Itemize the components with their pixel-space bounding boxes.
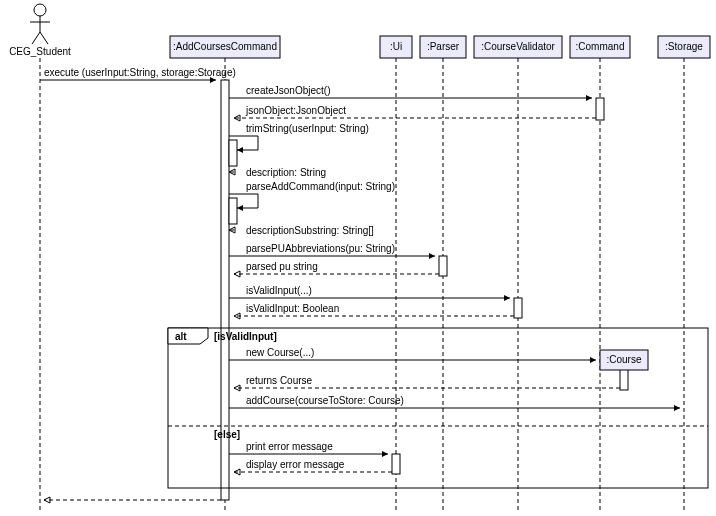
svg-text:new Course(...): new Course(...) xyxy=(246,347,314,358)
sequence-diagram: CEG_Student :AddCoursesCommand :Ui :Pars… xyxy=(0,0,716,516)
svg-marker-38 xyxy=(504,295,510,301)
svg-text:addCourse(courseToStore: Cours: addCourse(courseToStore: Course) xyxy=(246,395,404,406)
svg-text:returns Course: returns Course xyxy=(246,375,313,386)
activation-ui xyxy=(392,454,400,474)
svg-line-3 xyxy=(32,32,40,44)
svg-text:print error message: print error message xyxy=(246,441,333,452)
svg-text:execute (userInput:String, sto: execute (userInput:String, storage:Stora… xyxy=(44,67,236,78)
svg-text::Ui: :Ui xyxy=(390,41,402,52)
svg-text:createJsonObject(): createJsonObject() xyxy=(246,85,330,96)
svg-text::AddCoursesCommand: :AddCoursesCommand xyxy=(173,41,277,52)
activation-parser xyxy=(439,256,447,276)
svg-text:description: String: description: String xyxy=(246,167,326,178)
svg-text:parsed pu string: parsed pu string xyxy=(246,261,318,272)
svg-marker-29 xyxy=(237,147,243,153)
svg-text:[isValidInput]: [isValidInput] xyxy=(214,331,277,342)
activation-command xyxy=(596,98,604,120)
svg-text:isValidInput(...): isValidInput(...) xyxy=(246,285,312,296)
svg-text::Command: :Command xyxy=(576,41,625,52)
svg-line-4 xyxy=(40,32,48,44)
participant-coursevalidator: :CourseValidator xyxy=(474,36,562,510)
svg-text:parsePUAbbreviations(pu: Strin: parsePUAbbreviations(pu: String) xyxy=(246,243,395,254)
svg-marker-41 xyxy=(168,328,208,344)
actor-label: CEG_Student xyxy=(9,46,71,57)
svg-text:display error message: display error message xyxy=(246,459,345,470)
svg-marker-32 xyxy=(237,205,243,211)
svg-text:[else]: [else] xyxy=(214,429,240,440)
svg-text:jsonObject:JsonObject: jsonObject:JsonObject xyxy=(245,105,346,116)
svg-text:descriptionSubstring: String[]: descriptionSubstring: String[] xyxy=(246,225,374,236)
svg-text:isValidInput: Boolean: isValidInput: Boolean xyxy=(246,303,339,314)
svg-text:parseAddCommand(input: String): parseAddCommand(input: String) xyxy=(246,181,395,192)
activation-validator xyxy=(514,298,522,318)
svg-marker-45 xyxy=(590,357,596,363)
participant-storage: :Storage xyxy=(658,36,710,510)
svg-marker-35 xyxy=(429,253,435,259)
activation-self-trim xyxy=(229,140,237,166)
participant-course: :Course xyxy=(600,350,648,370)
svg-text:alt: alt xyxy=(175,331,187,342)
svg-text:trimString(userInput: String): trimString(userInput: String) xyxy=(246,123,369,134)
activation-self-parseadd xyxy=(229,198,237,224)
svg-text::CourseValidator: :CourseValidator xyxy=(481,41,555,52)
svg-point-0 xyxy=(34,4,46,16)
svg-marker-50 xyxy=(674,405,680,411)
svg-text::Parser: :Parser xyxy=(427,41,460,52)
svg-marker-52 xyxy=(382,451,388,457)
svg-text::Course: :Course xyxy=(606,354,641,365)
participant-ui: :Ui xyxy=(380,36,412,510)
svg-marker-26 xyxy=(586,95,592,101)
svg-text::Storage: :Storage xyxy=(665,41,703,52)
